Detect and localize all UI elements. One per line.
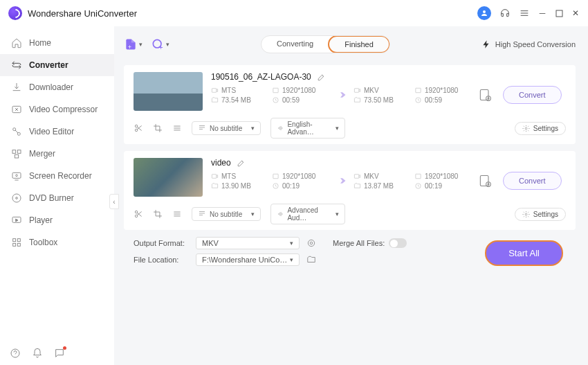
svg-rect-15 bbox=[13, 243, 16, 246]
merge-label: Merge All Files: bbox=[333, 239, 385, 247]
subtitle-select[interactable]: No subtitle▾ bbox=[192, 207, 261, 221]
add-url-button[interactable]: +▾ bbox=[151, 37, 169, 51]
status-tabs: Converting Finished bbox=[261, 35, 390, 53]
tab-converting[interactable]: Converting bbox=[261, 36, 329, 53]
sidebar-item-dvd[interactable]: DVD Burner bbox=[0, 187, 114, 209]
audio-select[interactable]: Advanced Aud…▾ bbox=[270, 204, 345, 224]
convert-button[interactable]: Convert bbox=[503, 86, 562, 104]
merge-toggle[interactable] bbox=[389, 238, 407, 248]
svg-point-9 bbox=[16, 175, 18, 177]
arrow-icon bbox=[333, 90, 348, 100]
arrow-icon bbox=[333, 176, 348, 186]
crop-icon[interactable] bbox=[153, 209, 163, 219]
svg-rect-31 bbox=[212, 174, 216, 178]
add-file-button[interactable]: +▾ bbox=[124, 37, 143, 51]
svg-rect-34 bbox=[354, 174, 358, 178]
help-icon[interactable] bbox=[10, 348, 21, 359]
sidebar-item-toolbox[interactable]: Toolbox bbox=[0, 231, 114, 253]
file-location-select[interactable]: F:\Wondershare UniConverter▾ bbox=[196, 253, 300, 266]
notification-icon[interactable] bbox=[32, 348, 43, 359]
svg-rect-26 bbox=[480, 90, 488, 100]
footer: Output Format: MKV▾ Merge All Files: Fil… bbox=[124, 230, 576, 271]
output-settings-icon[interactable] bbox=[306, 238, 316, 248]
svg-point-10 bbox=[12, 194, 21, 202]
effects-icon[interactable] bbox=[172, 123, 182, 133]
convert-button[interactable]: Convert bbox=[503, 172, 562, 190]
tab-finished[interactable]: Finished bbox=[328, 35, 390, 53]
conversion-item: 190516_06_AZ-LAGOA-30 MTS73.54 MB 1920*1… bbox=[124, 65, 576, 144]
svg-rect-5 bbox=[12, 150, 16, 154]
svg-rect-16 bbox=[17, 243, 20, 246]
svg-rect-1 bbox=[556, 10, 562, 17]
svg-rect-35 bbox=[416, 174, 421, 178]
trim-icon[interactable] bbox=[134, 123, 143, 133]
output-format-select[interactable]: MKV▾ bbox=[196, 237, 300, 249]
svg-text:+: + bbox=[128, 44, 131, 51]
thumbnail[interactable] bbox=[134, 158, 203, 197]
app-title: Wondershare UniConverter bbox=[28, 8, 137, 19]
headset-icon[interactable] bbox=[499, 8, 511, 19]
item-title: 190516_06_AZ-LAGOA-30 bbox=[211, 72, 311, 82]
titlebar: Wondershare UniConverter ─ ✕ bbox=[0, 0, 588, 26]
output-settings-icon[interactable] bbox=[478, 174, 492, 188]
svg-rect-21 bbox=[273, 88, 278, 92]
item-settings-button[interactable]: Settings bbox=[515, 122, 566, 135]
item-title: video bbox=[211, 158, 231, 168]
conversion-item: video MTS13.90 MB 1920*108000:19 MKV13.8… bbox=[124, 151, 576, 230]
close-button[interactable]: ✕ bbox=[571, 9, 580, 17]
subtitle-select[interactable]: No subtitle▾ bbox=[192, 121, 261, 135]
item-settings-button[interactable]: Settings bbox=[515, 208, 566, 221]
svg-rect-13 bbox=[13, 239, 16, 242]
minimize-button[interactable]: ─ bbox=[538, 9, 546, 17]
start-all-button[interactable]: Start All bbox=[485, 240, 563, 266]
edit-icon[interactable] bbox=[237, 159, 246, 168]
file-location-label: File Location: bbox=[134, 256, 189, 264]
edit-icon[interactable] bbox=[317, 73, 326, 82]
open-folder-icon[interactable] bbox=[306, 255, 316, 265]
svg-rect-24 bbox=[416, 88, 421, 92]
sidebar-item-player[interactable]: Player bbox=[0, 209, 114, 231]
app-logo bbox=[8, 6, 22, 20]
output-settings-icon[interactable] bbox=[478, 88, 492, 102]
feedback-icon[interactable] bbox=[54, 348, 65, 359]
svg-rect-7 bbox=[15, 154, 18, 158]
svg-point-30 bbox=[525, 127, 527, 130]
high-speed-toggle[interactable]: High Speed Conversion bbox=[481, 39, 576, 49]
thumbnail[interactable] bbox=[134, 72, 203, 111]
svg-rect-20 bbox=[212, 88, 216, 92]
svg-point-42 bbox=[308, 240, 314, 246]
sidebar-item-downloader[interactable]: Downloader bbox=[0, 76, 114, 98]
user-avatar[interactable] bbox=[477, 6, 491, 20]
svg-rect-37 bbox=[480, 176, 488, 186]
svg-point-43 bbox=[310, 242, 313, 244]
effects-icon[interactable] bbox=[172, 209, 182, 219]
sidebar-item-merger[interactable]: Merger bbox=[0, 143, 114, 165]
svg-point-11 bbox=[16, 197, 18, 199]
audio-select[interactable]: English-Advan…▾ bbox=[270, 118, 345, 139]
svg-rect-6 bbox=[17, 150, 21, 154]
sidebar: Home Converter Downloader Video Compress… bbox=[0, 26, 114, 365]
svg-point-41 bbox=[525, 213, 527, 215]
svg-rect-8 bbox=[12, 172, 21, 178]
sidebar-item-home[interactable]: Home bbox=[0, 32, 114, 54]
content: +▾ +▾ Converting Finished High Speed Con… bbox=[114, 26, 588, 365]
menu-icon[interactable] bbox=[519, 8, 530, 19]
sidebar-item-compressor[interactable]: Video Compressor bbox=[0, 98, 114, 121]
svg-point-0 bbox=[483, 10, 486, 13]
svg-rect-14 bbox=[17, 239, 20, 242]
sidebar-item-converter[interactable]: Converter bbox=[0, 54, 114, 76]
trim-icon[interactable] bbox=[134, 209, 143, 219]
crop-icon[interactable] bbox=[153, 123, 163, 133]
maximize-button[interactable] bbox=[555, 9, 563, 17]
svg-rect-32 bbox=[273, 174, 278, 178]
output-format-label: Output Format: bbox=[134, 239, 189, 247]
sidebar-item-editor[interactable]: Video Editor bbox=[0, 121, 114, 143]
svg-rect-23 bbox=[354, 88, 358, 92]
svg-text:+: + bbox=[159, 44, 163, 51]
sidebar-item-recorder[interactable]: Screen Recorder bbox=[0, 165, 114, 187]
